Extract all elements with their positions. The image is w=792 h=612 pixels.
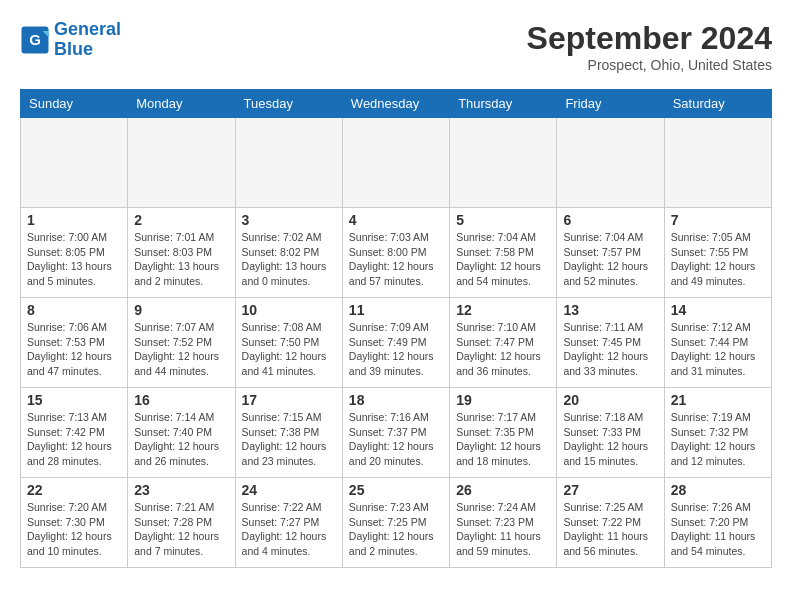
col-tuesday: Tuesday	[235, 90, 342, 118]
location: Prospect, Ohio, United States	[527, 57, 772, 73]
calendar-day-cell: 6Sunrise: 7:04 AMSunset: 7:57 PMDaylight…	[557, 208, 664, 298]
calendar-day-cell: 17Sunrise: 7:15 AMSunset: 7:38 PMDayligh…	[235, 388, 342, 478]
day-info: Sunrise: 7:17 AMSunset: 7:35 PMDaylight:…	[456, 410, 550, 469]
calendar-day-cell: 11Sunrise: 7:09 AMSunset: 7:49 PMDayligh…	[342, 298, 449, 388]
calendar-day-cell: 20Sunrise: 7:18 AMSunset: 7:33 PMDayligh…	[557, 388, 664, 478]
day-info: Sunrise: 7:14 AMSunset: 7:40 PMDaylight:…	[134, 410, 228, 469]
calendar-day-cell	[342, 118, 449, 208]
day-info: Sunrise: 7:19 AMSunset: 7:32 PMDaylight:…	[671, 410, 765, 469]
col-wednesday: Wednesday	[342, 90, 449, 118]
svg-text:G: G	[29, 30, 41, 47]
calendar-day-cell	[557, 118, 664, 208]
day-number: 10	[242, 302, 336, 318]
calendar-day-cell: 23Sunrise: 7:21 AMSunset: 7:28 PMDayligh…	[128, 478, 235, 568]
day-number: 14	[671, 302, 765, 318]
calendar-day-cell: 5Sunrise: 7:04 AMSunset: 7:58 PMDaylight…	[450, 208, 557, 298]
day-info: Sunrise: 7:15 AMSunset: 7:38 PMDaylight:…	[242, 410, 336, 469]
page-header: G General Blue September 2024 Prospect, …	[20, 20, 772, 73]
col-sunday: Sunday	[21, 90, 128, 118]
calendar-header-row: Sunday Monday Tuesday Wednesday Thursday…	[21, 90, 772, 118]
calendar-day-cell: 16Sunrise: 7:14 AMSunset: 7:40 PMDayligh…	[128, 388, 235, 478]
col-thursday: Thursday	[450, 90, 557, 118]
day-number: 6	[563, 212, 657, 228]
calendar-day-cell	[450, 118, 557, 208]
day-number: 28	[671, 482, 765, 498]
day-info: Sunrise: 7:04 AMSunset: 7:57 PMDaylight:…	[563, 230, 657, 289]
calendar-day-cell: 10Sunrise: 7:08 AMSunset: 7:50 PMDayligh…	[235, 298, 342, 388]
day-info: Sunrise: 7:10 AMSunset: 7:47 PMDaylight:…	[456, 320, 550, 379]
col-monday: Monday	[128, 90, 235, 118]
day-number: 5	[456, 212, 550, 228]
calendar-week-row: 22Sunrise: 7:20 AMSunset: 7:30 PMDayligh…	[21, 478, 772, 568]
calendar-day-cell: 22Sunrise: 7:20 AMSunset: 7:30 PMDayligh…	[21, 478, 128, 568]
day-info: Sunrise: 7:03 AMSunset: 8:00 PMDaylight:…	[349, 230, 443, 289]
calendar-day-cell: 26Sunrise: 7:24 AMSunset: 7:23 PMDayligh…	[450, 478, 557, 568]
col-saturday: Saturday	[664, 90, 771, 118]
day-info: Sunrise: 7:16 AMSunset: 7:37 PMDaylight:…	[349, 410, 443, 469]
day-info: Sunrise: 7:22 AMSunset: 7:27 PMDaylight:…	[242, 500, 336, 559]
day-number: 24	[242, 482, 336, 498]
day-info: Sunrise: 7:00 AMSunset: 8:05 PMDaylight:…	[27, 230, 121, 289]
calendar-day-cell: 15Sunrise: 7:13 AMSunset: 7:42 PMDayligh…	[21, 388, 128, 478]
day-info: Sunrise: 7:06 AMSunset: 7:53 PMDaylight:…	[27, 320, 121, 379]
calendar-day-cell: 18Sunrise: 7:16 AMSunset: 7:37 PMDayligh…	[342, 388, 449, 478]
calendar-day-cell	[128, 118, 235, 208]
calendar-day-cell: 24Sunrise: 7:22 AMSunset: 7:27 PMDayligh…	[235, 478, 342, 568]
day-info: Sunrise: 7:26 AMSunset: 7:20 PMDaylight:…	[671, 500, 765, 559]
day-number: 25	[349, 482, 443, 498]
day-info: Sunrise: 7:02 AMSunset: 8:02 PMDaylight:…	[242, 230, 336, 289]
day-info: Sunrise: 7:11 AMSunset: 7:45 PMDaylight:…	[563, 320, 657, 379]
calendar-day-cell: 25Sunrise: 7:23 AMSunset: 7:25 PMDayligh…	[342, 478, 449, 568]
calendar-day-cell: 8Sunrise: 7:06 AMSunset: 7:53 PMDaylight…	[21, 298, 128, 388]
calendar-day-cell: 28Sunrise: 7:26 AMSunset: 7:20 PMDayligh…	[664, 478, 771, 568]
calendar-day-cell: 13Sunrise: 7:11 AMSunset: 7:45 PMDayligh…	[557, 298, 664, 388]
calendar-day-cell: 27Sunrise: 7:25 AMSunset: 7:22 PMDayligh…	[557, 478, 664, 568]
day-info: Sunrise: 7:01 AMSunset: 8:03 PMDaylight:…	[134, 230, 228, 289]
day-info: Sunrise: 7:24 AMSunset: 7:23 PMDaylight:…	[456, 500, 550, 559]
month-year: September 2024	[527, 20, 772, 57]
day-number: 21	[671, 392, 765, 408]
calendar-day-cell: 19Sunrise: 7:17 AMSunset: 7:35 PMDayligh…	[450, 388, 557, 478]
logo: G General Blue	[20, 20, 121, 60]
calendar-day-cell	[664, 118, 771, 208]
calendar-day-cell: 7Sunrise: 7:05 AMSunset: 7:55 PMDaylight…	[664, 208, 771, 298]
day-info: Sunrise: 7:04 AMSunset: 7:58 PMDaylight:…	[456, 230, 550, 289]
calendar-day-cell: 3Sunrise: 7:02 AMSunset: 8:02 PMDaylight…	[235, 208, 342, 298]
logo-general: General	[54, 19, 121, 39]
day-number: 12	[456, 302, 550, 318]
calendar-day-cell: 21Sunrise: 7:19 AMSunset: 7:32 PMDayligh…	[664, 388, 771, 478]
day-number: 17	[242, 392, 336, 408]
calendar-day-cell: 9Sunrise: 7:07 AMSunset: 7:52 PMDaylight…	[128, 298, 235, 388]
calendar-week-row: 15Sunrise: 7:13 AMSunset: 7:42 PMDayligh…	[21, 388, 772, 478]
title-block: September 2024 Prospect, Ohio, United St…	[527, 20, 772, 73]
logo-text: General Blue	[54, 20, 121, 60]
logo-blue: Blue	[54, 39, 93, 59]
day-info: Sunrise: 7:13 AMSunset: 7:42 PMDaylight:…	[27, 410, 121, 469]
day-number: 23	[134, 482, 228, 498]
day-number: 11	[349, 302, 443, 318]
col-friday: Friday	[557, 90, 664, 118]
day-number: 20	[563, 392, 657, 408]
day-number: 19	[456, 392, 550, 408]
day-number: 9	[134, 302, 228, 318]
day-info: Sunrise: 7:23 AMSunset: 7:25 PMDaylight:…	[349, 500, 443, 559]
calendar-day-cell	[235, 118, 342, 208]
day-info: Sunrise: 7:07 AMSunset: 7:52 PMDaylight:…	[134, 320, 228, 379]
calendar-day-cell: 12Sunrise: 7:10 AMSunset: 7:47 PMDayligh…	[450, 298, 557, 388]
calendar-day-cell: 2Sunrise: 7:01 AMSunset: 8:03 PMDaylight…	[128, 208, 235, 298]
calendar-day-cell: 1Sunrise: 7:00 AMSunset: 8:05 PMDaylight…	[21, 208, 128, 298]
day-number: 26	[456, 482, 550, 498]
day-info: Sunrise: 7:05 AMSunset: 7:55 PMDaylight:…	[671, 230, 765, 289]
day-number: 1	[27, 212, 121, 228]
calendar-week-row: 8Sunrise: 7:06 AMSunset: 7:53 PMDaylight…	[21, 298, 772, 388]
day-info: Sunrise: 7:18 AMSunset: 7:33 PMDaylight:…	[563, 410, 657, 469]
day-number: 7	[671, 212, 765, 228]
day-info: Sunrise: 7:25 AMSunset: 7:22 PMDaylight:…	[563, 500, 657, 559]
calendar-day-cell: 14Sunrise: 7:12 AMSunset: 7:44 PMDayligh…	[664, 298, 771, 388]
day-info: Sunrise: 7:21 AMSunset: 7:28 PMDaylight:…	[134, 500, 228, 559]
day-number: 3	[242, 212, 336, 228]
day-info: Sunrise: 7:09 AMSunset: 7:49 PMDaylight:…	[349, 320, 443, 379]
day-number: 18	[349, 392, 443, 408]
calendar-day-cell	[21, 118, 128, 208]
calendar-week-row: 1Sunrise: 7:00 AMSunset: 8:05 PMDaylight…	[21, 208, 772, 298]
